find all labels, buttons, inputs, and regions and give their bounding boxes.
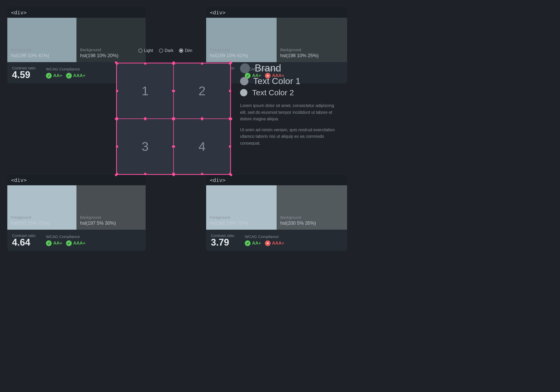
wcag-badges-bl: ✓ AA+ ✓ AAA+ [46, 240, 85, 246]
card-bottom-left: <div> Foreground hsl(202 15% 75%) Backgr… [7, 175, 146, 251]
color-swatches-tr: Foreground hsl(199 10% 61%) Background h… [206, 18, 347, 62]
aaa-badge-bl: ✓ AAA+ [66, 240, 86, 246]
legend-item-text2: Text Color 2 [240, 88, 339, 97]
aaa-icon-tl: ✓ [66, 73, 72, 79]
color-swatches-br: Foreground hsl(202 15% 75%) Background h… [206, 185, 347, 230]
card-tag-tr: <div> [206, 7, 347, 18]
background-swatch-tl: Background hsl(198 10% 20%) [76, 18, 146, 62]
wcag-block-bl: WCAG Compliance ✓ AA+ ✓ AAA+ [46, 234, 85, 246]
cell3-handle-ml[interactable] [116, 145, 118, 148]
background-swatch-tr: Background hsl(198 10% 25%) [277, 18, 347, 62]
cell1-handle-ml[interactable] [116, 90, 118, 92]
cell4-handle-bc[interactable] [201, 173, 203, 175]
theme-option-dark[interactable]: Dark [159, 48, 174, 53]
handle-tl[interactable] [115, 61, 117, 64]
cell4-handle-tc[interactable] [201, 118, 203, 120]
wcag-badges-tl: ✓ AA+ ✓ AAA+ [46, 73, 85, 79]
contrast-block-br: Contrast ratio 3.79 [211, 233, 234, 247]
card-stats-bl: Contrast ratio 4.64 WCAG Compliance ✓ AA… [7, 230, 146, 251]
right-panel: Brand Text Color 1 Text Color 2 Lorem ip… [240, 63, 339, 151]
cell4-handle-tl[interactable] [173, 118, 175, 120]
grid-cell-1: 1 [117, 63, 174, 119]
color-swatches-tl: Foreground hsl(199 10% 61%) Background h… [7, 18, 146, 62]
handle-ml[interactable] [115, 118, 117, 120]
theme-selector: Light Dark Dim [138, 48, 192, 53]
cell2-handle-ml[interactable] [173, 90, 175, 92]
handle-br[interactable] [230, 174, 232, 176]
cell4-handle-mr[interactable] [229, 145, 231, 148]
legend-dot-brand [240, 63, 250, 73]
legend-dot-text2 [240, 89, 247, 96]
aa-icon-tl: ✓ [46, 73, 52, 79]
foreground-swatch-tl: Foreground hsl(199 10% 61%) [7, 18, 76, 62]
aa-badge-bl: ✓ AA+ [46, 240, 62, 246]
grid-container: 1 2 3 [116, 63, 231, 175]
wcag-badges-br: ✓ AA+ ✕ AAA+ [245, 240, 284, 246]
grid-cell-4: 4 [174, 119, 230, 174]
legend-item-brand: Brand [240, 63, 339, 74]
cell4-handle-ml[interactable] [173, 145, 175, 148]
grid-inner: 1 2 3 [116, 63, 231, 175]
aaa-icon-br: ✕ [265, 240, 271, 246]
handle-bl[interactable] [115, 174, 117, 176]
radio-dark[interactable] [159, 49, 163, 53]
aaa-badge-br: ✕ AAA+ [265, 240, 284, 246]
aa-icon-bl: ✓ [46, 240, 52, 246]
contrast-block-tl: Contrast ratio 4.59 [12, 66, 35, 80]
aa-badge-tl: ✓ AA+ [46, 73, 62, 79]
cell3-handle-tc[interactable] [144, 118, 146, 120]
card-stats-br: Contrast ratio 3.79 WCAG Compliance ✓ AA… [206, 230, 347, 251]
foreground-swatch-tr: Foreground hsl(199 10% 61%) [206, 18, 277, 62]
aa-badge-br: ✓ AA+ [245, 240, 261, 246]
cell1-handle-tc[interactable] [144, 62, 146, 65]
card-tag-bl: <div> [7, 175, 146, 185]
handle-bc[interactable] [172, 174, 175, 176]
wcag-block-br: WCAG Compliance ✓ AA+ ✕ AAA+ [245, 234, 284, 246]
theme-option-dim[interactable]: Dim [179, 48, 192, 53]
body-text-1: Lorem ipsum dolor sit amet, consectetur … [240, 102, 339, 122]
handle-mr[interactable] [230, 118, 232, 120]
body-text-container: Lorem ipsum dolor sit amet, consectetur … [240, 102, 339, 147]
grid-cell-2: 2 [174, 63, 230, 119]
legend-label-text1: Text Color 1 [253, 76, 300, 86]
theme-option-light[interactable]: Light [138, 48, 153, 53]
legend-dot-text1 [240, 77, 248, 85]
legend-label-text2: Text Color 2 [252, 88, 294, 97]
cell3-handle-bc[interactable] [144, 173, 146, 175]
cell2-handle-mr[interactable] [229, 90, 231, 92]
handle-tr[interactable] [230, 61, 232, 64]
background-swatch-bl: Background hsl(197 5% 30%) [76, 185, 146, 230]
foreground-swatch-br: Foreground hsl(202 15% 75%) [206, 185, 277, 230]
color-swatches-bl: Foreground hsl(202 15% 75%) Background h… [7, 185, 146, 230]
card-tag-br: <div> [206, 175, 347, 185]
grid-cell-3: 3 [117, 119, 174, 174]
card-bottom-right: <div> Foreground hsl(202 15% 75%) Backgr… [206, 175, 347, 251]
contrast-block-bl: Contrast ratio 4.64 [12, 233, 35, 247]
radio-light[interactable] [138, 49, 142, 53]
wcag-block-tl: WCAG Compliance ✓ AA+ ✓ AAA+ [46, 67, 85, 79]
card-tag-tl: <div> [7, 7, 146, 18]
aaa-icon-bl: ✓ [66, 240, 72, 246]
aaa-badge-tl: ✓ AAA+ [66, 73, 86, 79]
radio-dim[interactable] [179, 49, 183, 53]
legend-label-brand: Brand [255, 63, 281, 74]
cell2-handle-tc[interactable] [201, 62, 203, 65]
aa-icon-br: ✓ [245, 240, 251, 246]
legend-item-text1: Text Color 1 [240, 76, 339, 86]
handle-tc[interactable] [172, 61, 175, 64]
foreground-swatch-bl: Foreground hsl(202 15% 75%) [7, 185, 76, 230]
body-text-2: Ut enim ad minim veniam, quis nostrud ex… [240, 127, 339, 147]
background-swatch-br: Background hsl(200 5% 35%) [277, 185, 347, 230]
